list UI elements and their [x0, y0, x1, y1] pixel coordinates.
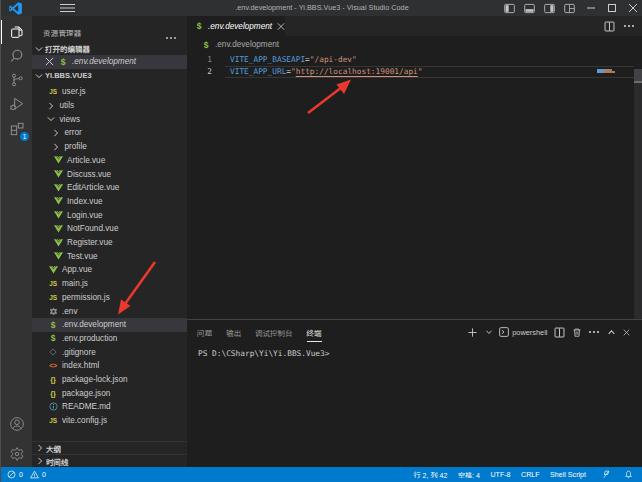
tree-item-.env[interactable]: .env: [32, 304, 187, 318]
warnings-count[interactable]: 0: [42, 471, 46, 479]
tree-item-App.vue[interactable]: App.vue: [32, 263, 187, 277]
toggle-panel-icon[interactable]: [524, 3, 535, 14]
panel-tab-输出[interactable]: 输出: [226, 320, 241, 344]
panel-tab-终端[interactable]: 终端: [307, 320, 322, 344]
errors-count[interactable]: 0: [19, 471, 23, 479]
terminal-prompt[interactable]: PS D:\CSharp\Yi\Yi.BBS.Vue3>: [198, 349, 329, 358]
indentation[interactable]: 空格: 4: [458, 470, 480, 480]
tree-item-user.js[interactable]: JSuser.js: [32, 85, 187, 99]
tree-item-vite.config.js[interactable]: JSvite.config.js: [32, 414, 187, 428]
tree-item-.env.development[interactable]: $.env.development: [32, 318, 187, 332]
activity-extensions[interactable]: 1: [1, 117, 32, 141]
tree-item-label: .env.production: [62, 334, 117, 343]
tree-item-Login.vue[interactable]: Login.vue: [32, 208, 187, 222]
tree-item-package.json[interactable]: {}package.json: [32, 386, 187, 400]
tree-item-README.md[interactable]: README.md: [32, 400, 187, 414]
more-actions-icon[interactable]: [623, 24, 635, 28]
tree-item-label: error: [65, 128, 82, 137]
tree-item-Test.vue[interactable]: Test.vue: [32, 249, 187, 263]
tree-item-main.js[interactable]: JSmain.js: [32, 277, 187, 291]
tree-item-error[interactable]: error: [32, 126, 187, 140]
vue-icon: [53, 224, 63, 234]
terminal-instance-item[interactable]: powershell: [499, 327, 547, 337]
panel-tab-调试控制台[interactable]: 调试控制台: [255, 320, 293, 344]
project-name-label: YI.BBS.VUE3: [45, 71, 92, 80]
terminal-dropdown-icon[interactable]: [485, 328, 493, 336]
activity-settings[interactable]: [1, 442, 32, 466]
close-editor-icon[interactable]: [45, 57, 54, 66]
title-bar: .env.development - Yi.BBS.Vue3 - Visual …: [1, 0, 642, 16]
tree-item-package-lock.json[interactable]: {}package-lock.json: [32, 373, 187, 387]
tree-item-Article.vue[interactable]: Article.vue: [32, 154, 187, 168]
feedback-icon[interactable]: [602, 470, 611, 479]
panel-tab-问题[interactable]: 问题: [197, 320, 212, 344]
tree-item-.env.production[interactable]: $.env.production: [32, 332, 187, 346]
code-line-2[interactable]: 2VITE_APP_URL="http://localhost:19001/ap…: [187, 66, 642, 78]
editor-scrollbar[interactable]: [634, 69, 642, 327]
new-terminal-icon[interactable]: [467, 327, 478, 338]
close-panel-icon[interactable]: [622, 328, 631, 337]
vue-icon: [48, 265, 58, 275]
tree-item-label: App.vue: [62, 265, 92, 274]
vscode-window: .env.development - Yi.BBS.Vue3 - Visual …: [0, 0, 642, 482]
close-window-button[interactable]: [622, 0, 642, 16]
timeline-section-header[interactable]: 时间线: [32, 454, 187, 467]
activity-run-debug[interactable]: [1, 92, 32, 116]
tree-item-label: EditArticle.vue: [67, 183, 119, 192]
chevron-down-icon: [34, 44, 44, 54]
maximize-panel-icon[interactable]: [607, 328, 616, 337]
errors-icon: [7, 470, 16, 479]
tree-item-utils[interactable]: utils: [32, 99, 187, 113]
tree-item-label: Login.vue: [67, 211, 103, 220]
panel-more-actions-icon[interactable]: [588, 330, 600, 334]
code-line-1[interactable]: 1VITE_APP_BASEAPI="/api-dev": [187, 54, 642, 66]
minimize-button[interactable]: [580, 0, 601, 16]
toggle-secondary-sidebar-icon[interactable]: [544, 3, 555, 14]
js-icon: JS: [48, 87, 58, 97]
tree-item-profile[interactable]: profile: [32, 140, 187, 154]
project-section-header[interactable]: YI.BBS.VUE3: [32, 69, 187, 83]
tree-item-Register.vue[interactable]: Register.vue: [32, 236, 187, 250]
open-editors-header[interactable]: 打开的编辑器: [32, 42, 187, 56]
info-icon: [48, 402, 58, 412]
tab-close-icon[interactable]: [277, 22, 285, 31]
activity-account[interactable]: [1, 412, 32, 436]
tree-item-Index.vue[interactable]: Index.vue: [32, 195, 187, 209]
kill-terminal-icon[interactable]: [572, 327, 582, 338]
breadcrumb[interactable]: $ .env.development: [187, 36, 642, 53]
vue-icon: [53, 183, 63, 193]
split-editor-icon[interactable]: [604, 21, 615, 32]
minimap-mark: [603, 71, 615, 73]
code-editor[interactable]: 1VITE_APP_BASEAPI="/api-dev"2VITE_APP_UR…: [187, 53, 642, 319]
customize-layout-icon[interactable]: [564, 3, 575, 14]
tree-item-label: views: [60, 115, 80, 124]
activity-source-control[interactable]: [1, 68, 32, 92]
html-icon: <>: [48, 361, 58, 371]
tree-item-Discuss.vue[interactable]: Discuss.vue: [32, 167, 187, 181]
activity-explorer[interactable]: [1, 20, 32, 44]
timeline-label: 时间线: [46, 456, 69, 467]
tree-item-index.html[interactable]: <>index.html: [32, 359, 187, 373]
tree-item-NotFound.vue[interactable]: NotFound.vue: [32, 222, 187, 236]
tree-item-views[interactable]: views: [32, 112, 187, 126]
tree-item-label: .env.development: [62, 320, 126, 329]
eol-sequence[interactable]: CRLF: [521, 471, 540, 479]
maximize-button[interactable]: [601, 0, 622, 16]
language-mode[interactable]: Shell Script: [550, 471, 586, 479]
split-terminal-icon[interactable]: [554, 327, 565, 338]
tree-item-label: vite.config.js: [62, 416, 107, 425]
encoding[interactable]: UTF-8: [490, 471, 510, 479]
tab-env-development[interactable]: $ .env.development: [187, 16, 286, 36]
status-left-items: 0 0: [7, 467, 46, 482]
notifications-bell-icon[interactable]: [624, 470, 633, 479]
tree-item-.gitignore[interactable]: .gitignore: [32, 345, 187, 359]
outline-section-header[interactable]: 大纲: [32, 441, 187, 454]
tree-item-label: NotFound.vue: [67, 224, 118, 233]
toggle-sidebar-icon[interactable]: [504, 3, 515, 14]
tree-item-permission.js[interactable]: JSpermission.js: [32, 291, 187, 305]
cursor-position[interactable]: 行 2, 列 42: [413, 470, 447, 480]
activity-search[interactable]: [1, 44, 32, 68]
overview-ruler-cursor-mark: [634, 81, 642, 83]
open-editor-item[interactable]: $ .env.development: [32, 55, 187, 69]
tree-item-EditArticle.vue[interactable]: EditArticle.vue: [32, 181, 187, 195]
